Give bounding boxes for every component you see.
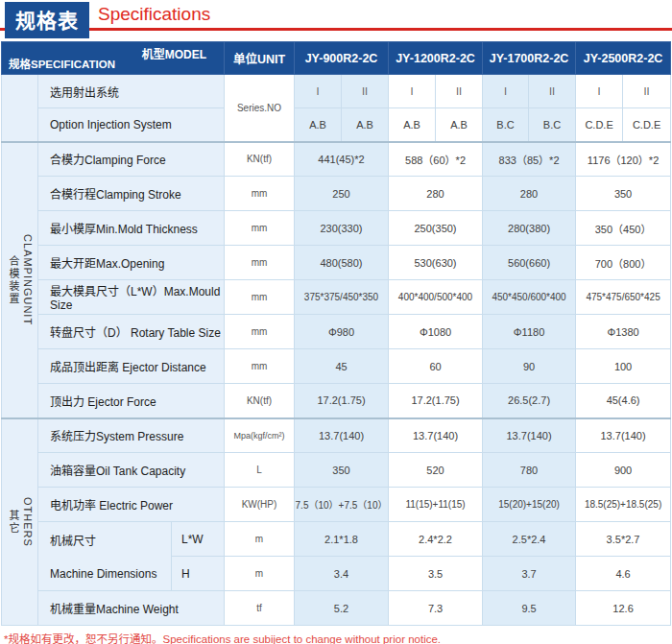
value-cell: 15(20)+15(20)	[483, 488, 576, 522]
option-cell: A.B	[295, 108, 342, 142]
value-cell: 520	[389, 453, 483, 488]
value-cell: 375*375/450*350	[295, 280, 389, 315]
value-cell: 250	[295, 177, 389, 211]
value-cell: 3.7	[483, 557, 576, 591]
row-label: 转盘尺寸（D） Rotary Table Size	[38, 315, 225, 349]
value-cell: 560(660)	[483, 246, 576, 280]
model-header: JY-1700R2-2C	[483, 42, 576, 75]
value-cell: 350	[295, 453, 389, 488]
value-cell: 13.7(140)	[295, 418, 389, 453]
unit-cell: tf	[225, 591, 295, 626]
unit-cell: mm	[225, 211, 295, 246]
series-cell: I	[389, 75, 436, 108]
spec-sheet-page: 规格表 Specifications 机型MODEL 规格SPECIFICATI…	[0, 0, 672, 644]
unit-cell: mm	[225, 177, 295, 211]
row-label: 电机功率 Electric Power	[38, 488, 225, 522]
table-row: 最大模具尺寸（L*W）Max.Mould Size mm 375*375/450…	[2, 280, 671, 315]
value-cell: Φ980	[295, 315, 389, 349]
unit-cell: Series.NO	[225, 75, 295, 142]
spec-table: 机型MODEL 规格SPECIFICATION 单位UNIT JY-900R2-…	[1, 41, 671, 626]
injection-series-row: 选用射出系统 Series.NO I II I II I II I II	[2, 75, 671, 108]
machine-dimensions-label-zh: 机械尺寸	[50, 532, 96, 548]
row-label: Option Injection System	[38, 108, 225, 142]
value-cell: 400*400/500*400	[389, 280, 483, 315]
row-label: 机械重量Machine Weight	[38, 591, 225, 626]
table-row: 最小模厚Min.Mold Thickness mm 230(330) 250(3…	[2, 211, 671, 246]
unit-cell: Mpa(kgf/cm²)	[225, 418, 295, 453]
unit-cell: KN(tf)	[225, 384, 295, 418]
model-header: JY-900R2-2C	[295, 42, 389, 75]
corner-cell: 机型MODEL 规格SPECIFICATION	[2, 42, 225, 75]
series-cell: II	[623, 75, 671, 108]
row-label-machine-dimensions: 机械尺寸 Machine Dimensions	[38, 522, 172, 591]
table-row: 电机功率 Electric Power KW(HP) 7.5（10）+7.5（1…	[2, 488, 671, 522]
value-cell: 2.5*2.4	[483, 522, 576, 557]
value-cell: 17.2(1.75)	[295, 384, 389, 418]
section-others: 其它 OTHERS	[2, 418, 38, 626]
value-cell: 833（85）*2	[483, 142, 576, 177]
value-cell: 230(330)	[295, 211, 389, 246]
unit-cell: m	[225, 557, 295, 591]
unit-cell: mm	[225, 246, 295, 280]
table-row: 合模装置 CLAMPINGUNIT 合模力Clamping Force KN(t…	[2, 142, 671, 177]
value-cell: 1176（120）*2	[576, 142, 671, 177]
value-cell: 17.2(1.75)	[389, 384, 483, 418]
value-cell: 4.6	[576, 557, 671, 591]
value-cell: 780	[483, 453, 576, 488]
corner-model-label: 机型MODEL	[142, 45, 206, 61]
table-header-row: 机型MODEL 规格SPECIFICATION 单位UNIT JY-900R2-…	[2, 42, 671, 75]
section-label-zh: 合模装置	[6, 255, 21, 305]
series-cell: I	[576, 75, 623, 108]
value-cell: 7.5（10）+7.5（10）	[295, 488, 389, 522]
unit-cell: mm	[225, 315, 295, 349]
value-cell: 588（60）*2	[389, 142, 483, 177]
value-cell: 480(580)	[295, 246, 389, 280]
value-cell: 90	[483, 349, 576, 384]
option-cell: C.D.E	[623, 108, 671, 142]
value-cell: 45	[295, 349, 389, 384]
value-cell: Φ1080	[389, 315, 483, 349]
row-label: 顶出力 Ejector Force	[38, 384, 225, 418]
row-label: 最大模具尺寸（L*W）Max.Mould Size	[38, 280, 225, 315]
value-cell: 350	[576, 177, 671, 211]
section-clamping-unit: 合模装置 CLAMPINGUNIT	[2, 142, 38, 418]
value-cell: 280(380)	[483, 211, 576, 246]
value-cell: 11(15)+11(15)	[389, 488, 483, 522]
corner-spec-label: 规格SPECIFICATION	[9, 56, 115, 71]
value-cell: 900	[576, 453, 671, 488]
value-cell: 3.5	[389, 557, 483, 591]
table-row: 顶出力 Ejector Force KN(tf) 17.2(1.75) 17.2…	[2, 384, 671, 418]
model-header: JY-1200R2-2C	[389, 42, 483, 75]
value-cell: 18.5(25)+18.5(25)	[576, 488, 671, 522]
page-header: 规格表 Specifications	[0, 0, 672, 36]
value-cell: 2.1*1.8	[295, 522, 389, 557]
row-label: 系统压力System Pressure	[38, 418, 225, 453]
value-cell: 26.5(2.7)	[483, 384, 576, 418]
machine-dimensions-row-lw: 机械尺寸 Machine Dimensions L*W m 2.1*1.8 2.…	[2, 522, 671, 557]
injection-options-row: Option Injection System A.B A.B A.B A.B …	[2, 108, 671, 142]
value-cell: 13.7(140)	[483, 418, 576, 453]
value-cell: 2.4*2.2	[389, 522, 483, 557]
value-cell: Φ1380	[576, 315, 671, 349]
value-cell: 5.2	[295, 591, 389, 626]
unit-cell: L	[225, 453, 295, 488]
unit-cell: KN(tf)	[225, 142, 295, 177]
table-row: 其它 OTHERS 系统压力System Pressure Mpa(kgf/cm…	[2, 418, 671, 453]
option-cell: C.D.E	[576, 108, 623, 142]
series-cell: I	[483, 75, 529, 108]
row-label: 最小模厚Min.Mold Thickness	[38, 211, 225, 246]
unit-cell: mm	[225, 349, 295, 384]
value-cell: 7.3	[389, 591, 483, 626]
page-title-en: Specifications	[98, 4, 210, 25]
row-label: 成品顶出距离 Ejector Distance	[38, 349, 225, 384]
option-cell: A.B	[389, 108, 436, 142]
table-row: 成品顶出距离 Ejector Distance mm 45 60 90 100	[2, 349, 671, 384]
sub-label: H	[172, 557, 225, 591]
section-label-en: OTHERS	[22, 497, 34, 547]
section-label-en: CLAMPINGUNIT	[22, 234, 34, 325]
value-cell: 3.4	[295, 557, 389, 591]
value-cell: 9.5	[483, 591, 576, 626]
unit-cell: mm	[225, 280, 295, 315]
row-label: 最大开距Max.Opening	[38, 246, 225, 280]
machine-weight-row: 机械重量Machine Weight tf 5.2 7.3 9.5 12.6	[2, 591, 671, 626]
